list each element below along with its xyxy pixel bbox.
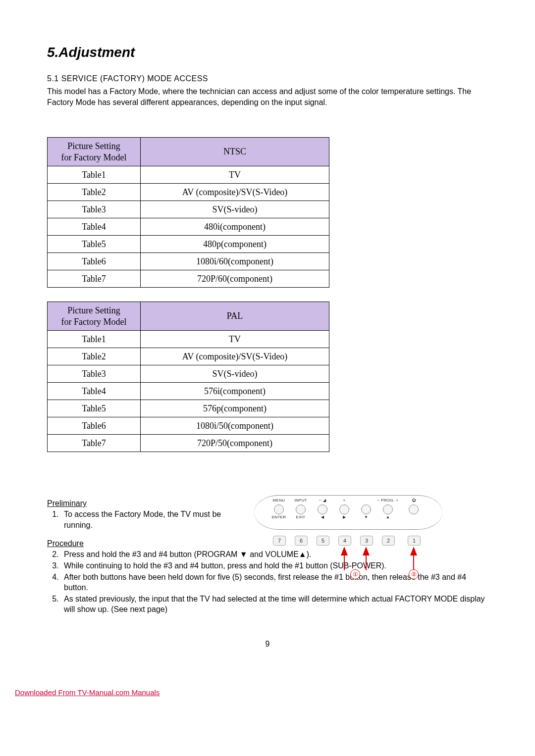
footer-link-wrap: Downloaded From TV-Manual.com Manuals xyxy=(15,688,535,697)
cell: 720P/60(component) xyxy=(141,270,329,288)
remote-number: 5 xyxy=(317,536,329,546)
table-row: Table5576p(component) xyxy=(48,400,329,417)
cell: 480i(component) xyxy=(141,218,329,236)
preliminary-list: To access the Factory Mode, the TV must … xyxy=(47,509,249,530)
footer-link[interactable]: Downloaded From TV-Manual.com Manuals xyxy=(15,688,160,697)
cell: 1080i/60(component) xyxy=(141,253,329,270)
table-row: Table1TV xyxy=(48,166,329,184)
header-left-line1: Picture Setting xyxy=(67,305,120,315)
table-row: Table4480i(component) xyxy=(48,218,329,236)
list-item: To access the Factory Mode, the TV must … xyxy=(61,509,249,530)
cell: SV(S-video) xyxy=(141,201,329,218)
list-item: As stated previously, the input that the… xyxy=(61,594,488,615)
table-header-right: PAL xyxy=(141,302,329,331)
remote-button-prog-down: ▼ xyxy=(355,499,377,520)
remote-number: 6 xyxy=(295,536,308,546)
remote-number: 4 xyxy=(338,536,351,546)
header-left-line2: for Factory Model xyxy=(61,317,127,327)
cell: Table2 xyxy=(48,348,141,365)
cell: Table1 xyxy=(48,166,141,184)
arrow-up-icon xyxy=(341,547,348,555)
arrow-up-icon xyxy=(410,547,417,555)
page-number: 9 xyxy=(47,640,488,649)
procedure-list: Press and hold the #3 and #4 button (PRO… xyxy=(47,549,488,615)
remote-button-menu: MENUENTER xyxy=(268,499,290,520)
cell: Table4 xyxy=(48,218,141,236)
procedure-heading: Procedure xyxy=(47,539,488,548)
list-item: Press and hold the #3 and #4 button (PRO… xyxy=(61,549,488,560)
cell: Table4 xyxy=(48,383,141,400)
arrow-stem xyxy=(413,555,414,570)
pal-table: Picture Setting for Factory Model PAL Ta… xyxy=(47,302,329,452)
page-title: 5.Adjustment xyxy=(47,45,488,60)
remote-strip: MENUENTER INPUTEXIT − ◢◀ +▶ ▼ − PROG. +▲… xyxy=(254,495,442,530)
cell: 720P/50(component) xyxy=(141,435,329,452)
remote-button-vol-plus: +▶ xyxy=(333,499,355,520)
remote-button-prog-up: − PROG. +▲ xyxy=(377,499,399,520)
cell: 576i(component) xyxy=(141,383,329,400)
arrow-stem xyxy=(344,555,345,570)
intro-paragraph: This model has a Factory Mode, where the… xyxy=(47,86,488,107)
cell: 1080i/50(component) xyxy=(141,417,329,435)
remote-number: 1 xyxy=(408,536,421,546)
cell: Table1 xyxy=(48,331,141,348)
cell: Table7 xyxy=(48,270,141,288)
cell: Table5 xyxy=(48,236,141,253)
section-heading: 5.1 SERVICE (FACTORY) MODE ACCESS xyxy=(47,74,488,83)
cell: TV xyxy=(141,166,329,184)
list-item: While continuing to hold the #3 and #4 b… xyxy=(61,560,488,571)
cell: 576p(component) xyxy=(141,400,329,417)
arrow-up-icon xyxy=(363,547,370,555)
preliminary-procedure-area: Preliminary To access the Factory Mode, … xyxy=(47,499,488,539)
table-row: Table3SV(S-video) xyxy=(48,201,329,218)
cell: Table6 xyxy=(48,417,141,435)
table-header-right: NTSC xyxy=(141,138,329,166)
remote-number: 3 xyxy=(360,536,373,546)
table-header-left: Picture Setting for Factory Model xyxy=(48,138,141,166)
table-row: Table4576i(component) xyxy=(48,383,329,400)
list-item: After both buttons have been held down f… xyxy=(61,572,488,593)
table-header-left: Picture Setting for Factory Model xyxy=(48,302,141,331)
table-row: Table5480p(component) xyxy=(48,236,329,253)
header-left-line2: for Factory Model xyxy=(61,152,127,162)
cell: TV xyxy=(141,331,329,348)
remote-diagram: MENUENTER INPUTEXIT − ◢◀ +▶ ▼ − PROG. +▲… xyxy=(249,495,488,530)
remote-number: 2 xyxy=(382,536,395,546)
cell: Table5 xyxy=(48,400,141,417)
remote-button-input: INPUTEXIT xyxy=(290,499,312,520)
cell: Table3 xyxy=(48,365,141,383)
cell: Table7 xyxy=(48,435,141,452)
cell: 480p(component) xyxy=(141,236,329,253)
ntsc-table: Picture Setting for Factory Model NTSC T… xyxy=(47,137,329,288)
cell: Table2 xyxy=(48,184,141,201)
remote-button-vol-minus: − ◢◀ xyxy=(312,499,333,520)
table-row: Table2AV (composite)/SV(S-Video) xyxy=(48,184,329,201)
remote-button-power: ⏻ xyxy=(403,499,425,520)
page: 5.Adjustment 5.1 SERVICE (FACTORY) MODE … xyxy=(0,0,535,668)
cell: Table6 xyxy=(48,253,141,270)
table-row: Table7720P/50(component) xyxy=(48,435,329,452)
preliminary-heading: Preliminary xyxy=(47,499,249,508)
cell: AV (composite)/SV(S-Video) xyxy=(141,348,329,365)
cell: AV (composite)/SV(S-Video) xyxy=(141,184,329,201)
table-row: Table3SV(S-video) xyxy=(48,365,329,383)
remote-number: 7 xyxy=(273,536,286,546)
header-left-line1: Picture Setting xyxy=(67,141,120,151)
table-row: Table2AV (composite)/SV(S-Video) xyxy=(48,348,329,365)
table-row: Table7720P/60(component) xyxy=(48,270,329,288)
table-row: Table61080i/50(component) xyxy=(48,417,329,435)
table-row: Table1TV xyxy=(48,331,329,348)
cell: SV(S-video) xyxy=(141,365,329,383)
cell: Table3 xyxy=(48,201,141,218)
arrow-stem xyxy=(366,555,367,570)
table-row: Table61080i/60(component) xyxy=(48,253,329,270)
preliminary-column: Preliminary To access the Factory Mode, … xyxy=(47,499,249,539)
